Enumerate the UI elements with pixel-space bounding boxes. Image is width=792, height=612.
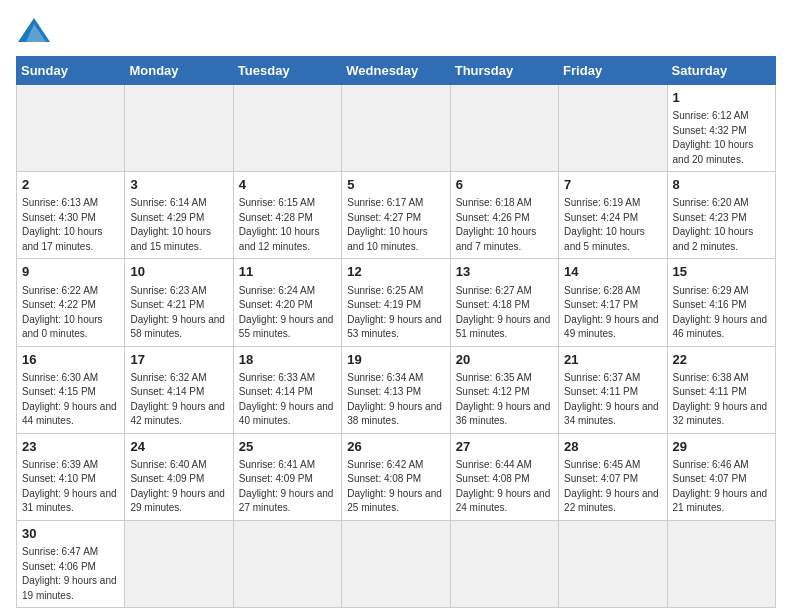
calendar-cell: 19Sunrise: 6:34 AM Sunset: 4:13 PM Dayli… xyxy=(342,346,450,433)
day-info: Sunrise: 6:20 AM Sunset: 4:23 PM Dayligh… xyxy=(673,196,770,254)
col-header-wednesday: Wednesday xyxy=(342,57,450,85)
calendar-cell: 23Sunrise: 6:39 AM Sunset: 4:10 PM Dayli… xyxy=(17,433,125,520)
calendar-cell xyxy=(17,85,125,172)
day-number: 21 xyxy=(564,351,661,369)
calendar-cell xyxy=(233,520,341,607)
day-info: Sunrise: 6:30 AM Sunset: 4:15 PM Dayligh… xyxy=(22,371,119,429)
day-info: Sunrise: 6:25 AM Sunset: 4:19 PM Dayligh… xyxy=(347,284,444,342)
day-info: Sunrise: 6:22 AM Sunset: 4:22 PM Dayligh… xyxy=(22,284,119,342)
calendar-cell: 20Sunrise: 6:35 AM Sunset: 4:12 PM Dayli… xyxy=(450,346,558,433)
day-info: Sunrise: 6:39 AM Sunset: 4:10 PM Dayligh… xyxy=(22,458,119,516)
logo xyxy=(16,16,56,44)
calendar-cell xyxy=(559,520,667,607)
day-info: Sunrise: 6:47 AM Sunset: 4:06 PM Dayligh… xyxy=(22,545,119,603)
week-row-6: 30Sunrise: 6:47 AM Sunset: 4:06 PM Dayli… xyxy=(17,520,776,607)
day-number: 2 xyxy=(22,176,119,194)
calendar-cell: 15Sunrise: 6:29 AM Sunset: 4:16 PM Dayli… xyxy=(667,259,775,346)
day-info: Sunrise: 6:19 AM Sunset: 4:24 PM Dayligh… xyxy=(564,196,661,254)
calendar-header-row: SundayMondayTuesdayWednesdayThursdayFrid… xyxy=(17,57,776,85)
calendar-cell: 3Sunrise: 6:14 AM Sunset: 4:29 PM Daylig… xyxy=(125,172,233,259)
calendar-cell: 14Sunrise: 6:28 AM Sunset: 4:17 PM Dayli… xyxy=(559,259,667,346)
day-number: 28 xyxy=(564,438,661,456)
day-info: Sunrise: 6:17 AM Sunset: 4:27 PM Dayligh… xyxy=(347,196,444,254)
day-info: Sunrise: 6:35 AM Sunset: 4:12 PM Dayligh… xyxy=(456,371,553,429)
calendar-cell xyxy=(450,520,558,607)
day-number: 13 xyxy=(456,263,553,281)
calendar-cell: 18Sunrise: 6:33 AM Sunset: 4:14 PM Dayli… xyxy=(233,346,341,433)
day-info: Sunrise: 6:38 AM Sunset: 4:11 PM Dayligh… xyxy=(673,371,770,429)
day-info: Sunrise: 6:44 AM Sunset: 4:08 PM Dayligh… xyxy=(456,458,553,516)
logo-icon xyxy=(16,16,52,44)
day-info: Sunrise: 6:27 AM Sunset: 4:18 PM Dayligh… xyxy=(456,284,553,342)
calendar-cell: 9Sunrise: 6:22 AM Sunset: 4:22 PM Daylig… xyxy=(17,259,125,346)
day-info: Sunrise: 6:42 AM Sunset: 4:08 PM Dayligh… xyxy=(347,458,444,516)
day-info: Sunrise: 6:33 AM Sunset: 4:14 PM Dayligh… xyxy=(239,371,336,429)
calendar-cell: 24Sunrise: 6:40 AM Sunset: 4:09 PM Dayli… xyxy=(125,433,233,520)
day-number: 4 xyxy=(239,176,336,194)
day-number: 8 xyxy=(673,176,770,194)
day-number: 12 xyxy=(347,263,444,281)
day-info: Sunrise: 6:29 AM Sunset: 4:16 PM Dayligh… xyxy=(673,284,770,342)
page-header xyxy=(16,16,776,44)
week-row-5: 23Sunrise: 6:39 AM Sunset: 4:10 PM Dayli… xyxy=(17,433,776,520)
calendar-cell: 11Sunrise: 6:24 AM Sunset: 4:20 PM Dayli… xyxy=(233,259,341,346)
calendar-cell: 16Sunrise: 6:30 AM Sunset: 4:15 PM Dayli… xyxy=(17,346,125,433)
day-info: Sunrise: 6:41 AM Sunset: 4:09 PM Dayligh… xyxy=(239,458,336,516)
day-number: 27 xyxy=(456,438,553,456)
day-number: 30 xyxy=(22,525,119,543)
calendar-cell: 28Sunrise: 6:45 AM Sunset: 4:07 PM Dayli… xyxy=(559,433,667,520)
day-number: 5 xyxy=(347,176,444,194)
col-header-friday: Friday xyxy=(559,57,667,85)
day-number: 14 xyxy=(564,263,661,281)
day-info: Sunrise: 6:45 AM Sunset: 4:07 PM Dayligh… xyxy=(564,458,661,516)
calendar-cell xyxy=(342,85,450,172)
day-number: 9 xyxy=(22,263,119,281)
day-info: Sunrise: 6:46 AM Sunset: 4:07 PM Dayligh… xyxy=(673,458,770,516)
day-info: Sunrise: 6:23 AM Sunset: 4:21 PM Dayligh… xyxy=(130,284,227,342)
day-number: 1 xyxy=(673,89,770,107)
calendar-cell xyxy=(233,85,341,172)
calendar-cell: 21Sunrise: 6:37 AM Sunset: 4:11 PM Dayli… xyxy=(559,346,667,433)
calendar-cell xyxy=(559,85,667,172)
day-info: Sunrise: 6:28 AM Sunset: 4:17 PM Dayligh… xyxy=(564,284,661,342)
day-info: Sunrise: 6:24 AM Sunset: 4:20 PM Dayligh… xyxy=(239,284,336,342)
calendar-cell: 4Sunrise: 6:15 AM Sunset: 4:28 PM Daylig… xyxy=(233,172,341,259)
day-number: 6 xyxy=(456,176,553,194)
day-number: 11 xyxy=(239,263,336,281)
week-row-2: 2Sunrise: 6:13 AM Sunset: 4:30 PM Daylig… xyxy=(17,172,776,259)
calendar-cell: 25Sunrise: 6:41 AM Sunset: 4:09 PM Dayli… xyxy=(233,433,341,520)
calendar-cell: 29Sunrise: 6:46 AM Sunset: 4:07 PM Dayli… xyxy=(667,433,775,520)
calendar-cell: 17Sunrise: 6:32 AM Sunset: 4:14 PM Dayli… xyxy=(125,346,233,433)
calendar-cell: 7Sunrise: 6:19 AM Sunset: 4:24 PM Daylig… xyxy=(559,172,667,259)
calendar-cell xyxy=(125,85,233,172)
day-number: 10 xyxy=(130,263,227,281)
col-header-monday: Monday xyxy=(125,57,233,85)
calendar-cell: 26Sunrise: 6:42 AM Sunset: 4:08 PM Dayli… xyxy=(342,433,450,520)
calendar-cell: 5Sunrise: 6:17 AM Sunset: 4:27 PM Daylig… xyxy=(342,172,450,259)
day-number: 26 xyxy=(347,438,444,456)
week-row-1: 1Sunrise: 6:12 AM Sunset: 4:32 PM Daylig… xyxy=(17,85,776,172)
day-number: 19 xyxy=(347,351,444,369)
day-number: 29 xyxy=(673,438,770,456)
day-number: 18 xyxy=(239,351,336,369)
day-info: Sunrise: 6:40 AM Sunset: 4:09 PM Dayligh… xyxy=(130,458,227,516)
day-number: 24 xyxy=(130,438,227,456)
day-info: Sunrise: 6:32 AM Sunset: 4:14 PM Dayligh… xyxy=(130,371,227,429)
calendar-cell: 30Sunrise: 6:47 AM Sunset: 4:06 PM Dayli… xyxy=(17,520,125,607)
calendar-cell xyxy=(667,520,775,607)
calendar-cell xyxy=(342,520,450,607)
day-number: 22 xyxy=(673,351,770,369)
day-number: 20 xyxy=(456,351,553,369)
calendar-cell: 10Sunrise: 6:23 AM Sunset: 4:21 PM Dayli… xyxy=(125,259,233,346)
day-number: 17 xyxy=(130,351,227,369)
col-header-sunday: Sunday xyxy=(17,57,125,85)
day-info: Sunrise: 6:18 AM Sunset: 4:26 PM Dayligh… xyxy=(456,196,553,254)
calendar-cell: 2Sunrise: 6:13 AM Sunset: 4:30 PM Daylig… xyxy=(17,172,125,259)
day-info: Sunrise: 6:34 AM Sunset: 4:13 PM Dayligh… xyxy=(347,371,444,429)
calendar-cell: 12Sunrise: 6:25 AM Sunset: 4:19 PM Dayli… xyxy=(342,259,450,346)
week-row-3: 9Sunrise: 6:22 AM Sunset: 4:22 PM Daylig… xyxy=(17,259,776,346)
calendar-cell: 27Sunrise: 6:44 AM Sunset: 4:08 PM Dayli… xyxy=(450,433,558,520)
calendar-cell: 8Sunrise: 6:20 AM Sunset: 4:23 PM Daylig… xyxy=(667,172,775,259)
day-info: Sunrise: 6:14 AM Sunset: 4:29 PM Dayligh… xyxy=(130,196,227,254)
calendar-cell: 13Sunrise: 6:27 AM Sunset: 4:18 PM Dayli… xyxy=(450,259,558,346)
